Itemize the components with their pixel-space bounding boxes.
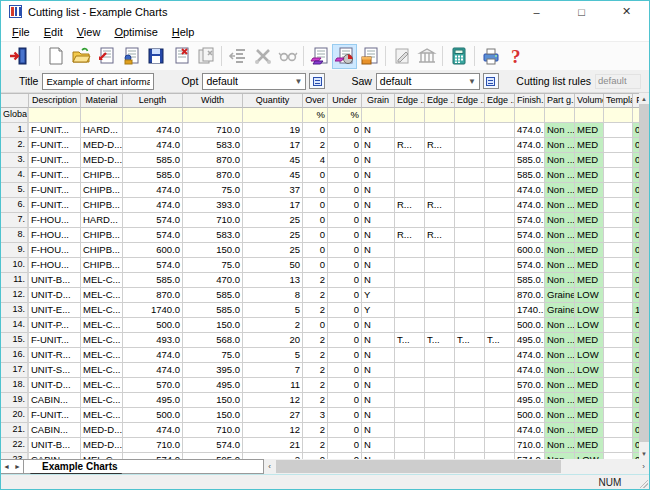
- cell-edge-4[interactable]: T...: [485, 333, 515, 348]
- cell-length[interactable]: 585.0: [123, 273, 183, 288]
- cell-edge-2[interactable]: [425, 438, 455, 453]
- cell-material[interactable]: CHIPB...: [81, 243, 123, 258]
- cell-finished-size[interactable]: 600.0...: [515, 243, 545, 258]
- cell-edge-3[interactable]: [455, 393, 485, 408]
- cell-quantity[interactable]: 19: [243, 123, 303, 138]
- menu-file[interactable]: File: [5, 24, 37, 40]
- cell-quantity[interactable]: 2: [243, 318, 303, 333]
- parts-chart-icon[interactable]: [307, 44, 332, 69]
- cell-length[interactable]: 474.0: [123, 423, 183, 438]
- cell-length[interactable]: 574.0: [123, 228, 183, 243]
- global-description[interactable]: [29, 108, 81, 123]
- cell-edge-3[interactable]: [455, 243, 485, 258]
- cell-template[interactable]: [604, 333, 633, 348]
- cell-over[interactable]: 3: [303, 408, 328, 423]
- cell-width[interactable]: 870.0: [183, 153, 243, 168]
- cell-edge-2[interactable]: [425, 213, 455, 228]
- cell-under[interactable]: 0: [328, 303, 362, 318]
- cell-width[interactable]: 150.0: [183, 408, 243, 423]
- title-input[interactable]: [42, 73, 154, 90]
- cell-edge-1[interactable]: R...: [395, 198, 425, 213]
- cell-description[interactable]: UNIT-B...: [29, 273, 81, 288]
- cell-grain[interactable]: N: [362, 348, 395, 363]
- cell-edge-1[interactable]: [395, 393, 425, 408]
- cell-edge-1[interactable]: [395, 438, 425, 453]
- cell-over[interactable]: 2: [303, 138, 328, 153]
- row-number[interactable]: 22.: [1, 438, 29, 453]
- cell-under[interactable]: 0: [328, 333, 362, 348]
- cell-under[interactable]: 0: [328, 363, 362, 378]
- saw-parameters-select[interactable]: default▼: [376, 73, 480, 90]
- cell-length[interactable]: 574.0: [123, 213, 183, 228]
- cell-quantity[interactable]: 45: [243, 153, 303, 168]
- minimize-button[interactable]: –: [514, 1, 559, 22]
- cell-under[interactable]: 0: [328, 393, 362, 408]
- cell-material[interactable]: MEL-C...: [81, 378, 123, 393]
- cell-edge-1[interactable]: [395, 258, 425, 273]
- cell-quantity[interactable]: 27: [243, 408, 303, 423]
- row-number[interactable]: 9.: [1, 243, 29, 258]
- cell-grain[interactable]: N: [362, 138, 395, 153]
- cell-length[interactable]: 574.0: [123, 258, 183, 273]
- cell-edge-4[interactable]: [485, 153, 515, 168]
- close-button[interactable]: ✕: [604, 1, 649, 22]
- cell-quantity[interactable]: 13: [243, 273, 303, 288]
- cell-material[interactable]: MED-D...: [81, 153, 123, 168]
- cell-edge-1[interactable]: [395, 123, 425, 138]
- cell-edge-3[interactable]: [455, 423, 485, 438]
- cell-volume[interactable]: MED: [575, 438, 604, 453]
- cell-over[interactable]: 2: [303, 348, 328, 363]
- cell-finished-size[interactable]: 500.0...: [515, 318, 545, 333]
- resize-grip[interactable]: [637, 477, 648, 488]
- cell-width[interactable]: 583.0: [183, 138, 243, 153]
- cell-edge-1[interactable]: [395, 378, 425, 393]
- cell-edge-1[interactable]: [395, 423, 425, 438]
- opt-browse-button[interactable]: [309, 73, 325, 89]
- cell-material[interactable]: CHIPB...: [81, 168, 123, 183]
- cell-edge-3[interactable]: [455, 363, 485, 378]
- cell-part-group[interactable]: Non ...: [545, 153, 575, 168]
- cell-edge-3[interactable]: [455, 123, 485, 138]
- cell-grain[interactable]: N: [362, 168, 395, 183]
- cell-edge-3[interactable]: [455, 378, 485, 393]
- cell-edge-3[interactable]: [455, 318, 485, 333]
- menu-help[interactable]: Help: [165, 24, 202, 40]
- cell-finished-size[interactable]: 585.0...: [515, 168, 545, 183]
- cell-edge-4[interactable]: [485, 168, 515, 183]
- maximize-button[interactable]: □: [559, 1, 604, 22]
- cell-edge-2[interactable]: R...: [425, 138, 455, 153]
- cell-width[interactable]: 568.0: [183, 333, 243, 348]
- cell-length[interactable]: 474.0: [123, 183, 183, 198]
- cell-width[interactable]: 395.0: [183, 363, 243, 378]
- row-number[interactable]: 5.: [1, 183, 29, 198]
- row-number[interactable]: 1.: [1, 123, 29, 138]
- cell-length[interactable]: 474.0: [123, 348, 183, 363]
- cell-template[interactable]: [604, 153, 633, 168]
- cell-grain[interactable]: N: [362, 438, 395, 453]
- cell-finished-size[interactable]: 495.0...: [515, 393, 545, 408]
- cell-description[interactable]: UNIT-D...: [29, 378, 81, 393]
- cell-length[interactable]: 495.0: [123, 393, 183, 408]
- cell-quantity[interactable]: 12: [243, 393, 303, 408]
- cell-quantity[interactable]: 25: [243, 243, 303, 258]
- cell-finished-size[interactable]: 585.0...: [515, 273, 545, 288]
- cell-edge-1[interactable]: [395, 168, 425, 183]
- cell-edge-3[interactable]: [455, 138, 485, 153]
- cell-edge-1[interactable]: R...: [395, 228, 425, 243]
- cell-part-group[interactable]: Grained: [545, 303, 575, 318]
- cell-edge-1[interactable]: [395, 303, 425, 318]
- row-number[interactable]: 21.: [1, 423, 29, 438]
- cell-part-group[interactable]: Non ...: [545, 408, 575, 423]
- cell-volume[interactable]: MED: [575, 183, 604, 198]
- cell-edge-4[interactable]: [485, 228, 515, 243]
- global-width[interactable]: [183, 108, 243, 123]
- cell-over[interactable]: 2: [303, 288, 328, 303]
- cell-edge-1[interactable]: [395, 363, 425, 378]
- cell-edge-3[interactable]: [455, 153, 485, 168]
- cell-volume[interactable]: MED: [575, 378, 604, 393]
- cell-material[interactable]: MED-D...: [81, 438, 123, 453]
- cell-template[interactable]: [604, 363, 633, 378]
- cell-description[interactable]: F-UNIT...: [29, 138, 81, 153]
- cell-part-group[interactable]: Non ...: [545, 333, 575, 348]
- scroll-left-icon[interactable]: ‹: [264, 459, 275, 474]
